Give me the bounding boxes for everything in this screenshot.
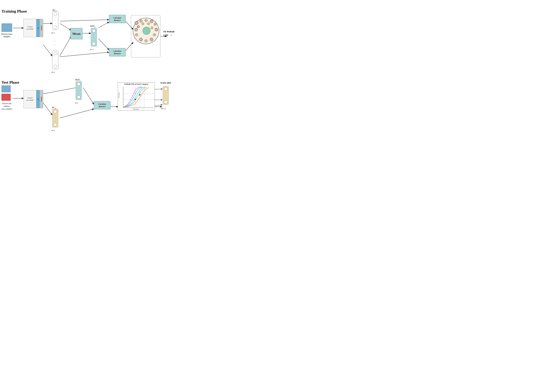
- av-vector-top: · · ·: [52, 11, 58, 30]
- n-plus1-label: (N+1): [161, 107, 166, 110]
- cluster-outer: [133, 18, 159, 44]
- scores-after-label: Scores after: [160, 82, 171, 84]
- svg-line-33: [154, 105, 162, 106]
- score-arrows: [154, 86, 163, 111]
- vertical-dots-av: ···: [55, 36, 55, 46]
- fc-label-training: FC: [36, 19, 40, 37]
- mav-test-label: MAVj: [75, 79, 80, 82]
- circle-4: [54, 65, 57, 68]
- cluster-point-2: [139, 19, 142, 23]
- cluster-point-9: [145, 39, 148, 42]
- softmax-label-training: Softmax: [40, 19, 43, 37]
- svg-line-9: [60, 52, 109, 57]
- n1-label: N×1: [51, 32, 55, 34]
- cluster-point-7: [153, 33, 156, 36]
- cluster-point-11: [135, 33, 138, 36]
- fc-label-test: FC: [36, 90, 40, 108]
- n-mav-test: N×1: [75, 102, 78, 104]
- score-c2: [164, 100, 167, 104]
- mav-t-c2: [77, 96, 80, 99]
- cluster-center: [142, 27, 150, 35]
- cluster-point-10: [139, 38, 142, 41]
- known-sample-test: [1, 85, 11, 92]
- cluster-point-12: [134, 28, 138, 31]
- mav-top-label: MAVj: [90, 25, 95, 28]
- cluster-point-1: [135, 21, 138, 25]
- av-vector-bottom: · · ·: [52, 51, 58, 69]
- mav-circle-1: [92, 29, 96, 32]
- svg-line-16: [83, 88, 94, 104]
- mean-box: Mean: [70, 28, 83, 39]
- svg-line-17: [60, 109, 94, 118]
- weibull-svg: W-score Distance: [118, 86, 155, 110]
- cluster-point-15: [137, 25, 140, 28]
- cluster-point-8: [150, 38, 153, 41]
- test-sample-label: Known and unknowclass samples: [1, 102, 13, 111]
- svg-line-31: [154, 89, 162, 89]
- closed-set-label-test: Closedset model: [24, 90, 36, 108]
- mav-vector-test: · · ·: [76, 81, 82, 100]
- softmax-label-test: Softmax: [40, 90, 43, 108]
- svg-line-4: [60, 36, 71, 56]
- av-t-c2: [54, 123, 57, 126]
- training-phase-label: Training Phase: [1, 9, 27, 14]
- test-phase-label: Test Phase: [1, 80, 19, 85]
- svg-line-2: [43, 45, 52, 56]
- known-sample-box: [1, 23, 12, 32]
- diagram: Training Phase Known classsamples Closed…: [0, 0, 197, 139]
- nn-block-training: Closedset model FC Softmax: [23, 19, 43, 37]
- svg-text:Distance: Distance: [133, 108, 139, 110]
- cluster-point-16: [151, 27, 153, 29]
- fit-weibull-label: Fit WeibullCDF →: [163, 30, 174, 37]
- svg-line-8: [98, 39, 109, 50]
- svg-line-3: [60, 23, 71, 30]
- svg-line-6: [98, 22, 109, 28]
- weibull-chart: Weibull CDF of Each Category W-score Dis…: [118, 83, 155, 111]
- cluster-point-14: [147, 22, 150, 25]
- n3-label: N×1: [90, 49, 93, 51]
- circle-1: [54, 12, 57, 16]
- calc-dist-bottom: Calculatedistance: [109, 48, 126, 56]
- av-vector-test: · · ·: [52, 109, 58, 127]
- calc-dist-top: Calculatedistance: [109, 15, 126, 23]
- mav-t-c1: [77, 83, 80, 86]
- mav-vector-top: · · ·: [91, 28, 97, 46]
- closed-set-label-training: Closedset model: [24, 19, 36, 37]
- nn-block-test: Closedset model FC Softmax: [23, 90, 43, 108]
- circle-2: [54, 25, 57, 29]
- svg-text:W-score: W-score: [118, 92, 120, 98]
- n-av-test: N×1: [51, 129, 55, 132]
- svg-point-29: [135, 99, 136, 100]
- n2-label: N×1: [51, 71, 55, 74]
- cluster-point-3: [145, 19, 148, 22]
- svg-line-15: [43, 103, 52, 115]
- cluster-container: [131, 15, 160, 57]
- av-t-c1: [54, 110, 57, 113]
- svg-line-14: [43, 88, 76, 94]
- scores-vector: · · ·: [163, 86, 169, 105]
- score-c1: [164, 87, 167, 91]
- mav-circle-2: [92, 42, 96, 45]
- known-sample-label: Known classsamples: [1, 33, 13, 38]
- cluster-point-6: [155, 28, 158, 31]
- svg-point-30: [139, 94, 141, 96]
- av-test-label: AVi,j: [52, 106, 56, 109]
- cluster-point-5: [154, 23, 157, 26]
- circle-3: [54, 52, 57, 55]
- weibull-title: Weibull CDF of Each Category: [118, 83, 155, 86]
- calc-dist-test: Calculatedistance: [94, 101, 111, 109]
- unknown-sample-test: [1, 94, 11, 101]
- svg-line-7: [60, 20, 109, 21]
- cluster-point-13: [142, 22, 144, 25]
- vertical-dots-mav: ···: [93, 53, 94, 63]
- cluster-point-4: [150, 20, 153, 23]
